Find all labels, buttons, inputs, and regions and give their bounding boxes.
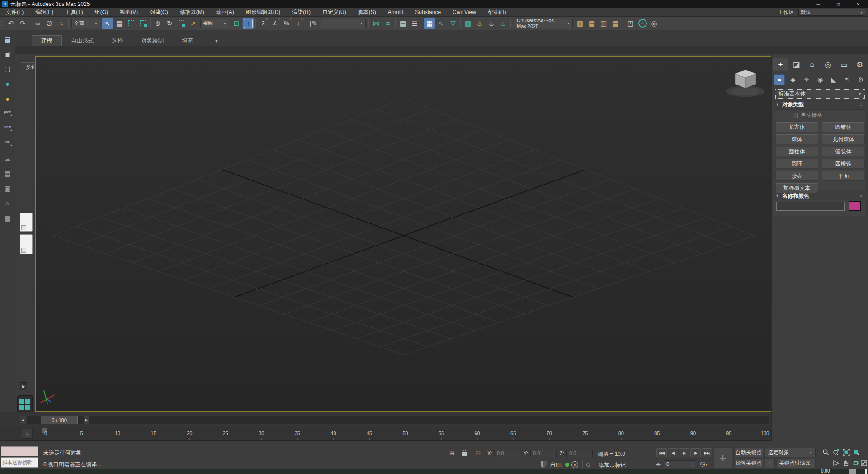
crossing-selection-button[interactable]	[137, 18, 149, 29]
minimize-button[interactable]: ─	[808, 0, 828, 8]
primitive-button-0[interactable]: 长方体	[775, 122, 818, 132]
snap-toggle-3d-button[interactable]: 3∩	[257, 18, 269, 29]
toolbar-drag-handle[interactable]	[1, 18, 4, 29]
select-object-button[interactable]: ↖	[102, 18, 113, 29]
workspace-dropdown[interactable]: 默认▼	[798, 9, 865, 16]
menu-item-2[interactable]: 工具(T)	[59, 8, 89, 17]
auto-key-button[interactable]: 自动关键点	[734, 448, 763, 457]
zoom-button[interactable]	[822, 448, 830, 456]
primitive-button-3[interactable]: 几何球体	[822, 134, 865, 144]
scene-explorer-toggle[interactable]: ▤	[397, 18, 409, 29]
tab-motion[interactable]: ◎	[820, 58, 836, 71]
zoom-extents-all-button[interactable]	[853, 448, 861, 456]
reference-coordinate-dropdown[interactable]: 视图▼	[200, 19, 229, 28]
dock-icon-sphere[interactable]: ●	[1, 78, 14, 90]
render-setup-button[interactable]: ♨	[474, 18, 486, 29]
mirror-button[interactable]: ⋈	[370, 18, 382, 29]
object-color-swatch[interactable]	[849, 201, 861, 211]
category-helpers[interactable]: ◣	[827, 73, 840, 86]
menu-item-15[interactable]: 帮助(H)	[482, 8, 512, 17]
menu-item-13[interactable]: Substance	[409, 8, 447, 17]
menu-item-11[interactable]: 脚本(S)	[352, 8, 382, 17]
isolate-selection-icon[interactable]: ⊞	[449, 450, 454, 457]
mini-curve-editor-button[interactable]: ∿	[22, 429, 33, 439]
primitive-button-2[interactable]: 球体	[775, 134, 818, 144]
selection-lock-icon[interactable]	[462, 452, 467, 456]
unlink-selection-button[interactable]: ∅	[43, 18, 55, 29]
dock-icon-pin[interactable]: ●	[1, 93, 14, 105]
dock-icon-panel-2[interactable]: ▢	[1, 63, 14, 75]
spinner-snap-button[interactable]: ↕∩	[292, 18, 304, 29]
autogrid-checkbox[interactable]	[793, 113, 798, 118]
menu-item-5[interactable]: 创建(C)	[144, 8, 174, 17]
named-selection-sets-dropdown[interactable]: ▼	[321, 19, 366, 28]
dock-item-vol[interactable]: vol+	[1, 137, 14, 150]
render-button[interactable]: ♨	[497, 18, 509, 29]
orbit-button[interactable]	[852, 459, 860, 467]
primitive-button-9[interactable]: 平面	[822, 171, 865, 181]
workspace-icon-2[interactable]: ▤	[586, 18, 598, 29]
x-coordinate-field[interactable]: 0.0	[494, 450, 520, 457]
ribbon-minimize-button[interactable]: ▼	[211, 38, 222, 45]
key-selection-dropdown[interactable]: 选定对象▼	[765, 448, 816, 457]
zoom-all-button[interactable]	[832, 448, 840, 456]
percent-snap-button[interactable]: %∩	[281, 18, 292, 29]
tab-display[interactable]: ▭	[836, 58, 852, 71]
dock-icon-ball[interactable]: ○	[1, 197, 14, 209]
set-key-button[interactable]: 设置关键点	[734, 459, 763, 468]
zoom-extents-button[interactable]	[842, 448, 850, 456]
select-by-name-button[interactable]: ▤	[113, 18, 125, 29]
menu-item-12[interactable]: Arnold	[382, 8, 410, 17]
workspace-icon-3[interactable]: ▥	[598, 18, 609, 29]
dock-icon-explorer[interactable]: ▤	[1, 33, 14, 45]
set-keys-button[interactable]: +	[713, 447, 732, 468]
rectangular-selection-button[interactable]	[125, 18, 137, 29]
viewport-layout-tab-2[interactable]	[20, 234, 33, 254]
view-cube[interactable]	[714, 63, 768, 104]
select-and-scale-button[interactable]	[175, 18, 187, 29]
select-and-rotate-button[interactable]: ↻	[164, 18, 175, 29]
go-to-end-button[interactable]: ▶▶|	[702, 448, 712, 457]
primitive-button-7[interactable]: 四棱锥	[822, 159, 865, 169]
material-editor-button[interactable]: ▩	[462, 18, 474, 29]
y-coordinate-field[interactable]: 0.0	[530, 450, 557, 457]
menu-item-14[interactable]: Civil View	[447, 8, 482, 17]
key-filters-button[interactable]: 关键点过滤器..	[777, 459, 816, 468]
menu-item-4[interactable]: 视图(V)	[114, 8, 144, 17]
rollout-name-and-color[interactable]: ▼ 名称和颜色	[774, 192, 867, 200]
primitive-button-5[interactable]: 管状体	[822, 147, 865, 156]
ribbon-tab-0[interactable]: 建模	[32, 35, 62, 46]
time-slider-track[interactable]	[27, 416, 769, 424]
maximize-viewport-button[interactable]	[860, 459, 868, 467]
ribbon-toggle[interactable]: ▦	[424, 18, 435, 29]
time-nudge-right-button[interactable]: ▶	[83, 416, 90, 424]
maxscript-mini-listener[interactable]: 脚本迷你侦听:	[1, 457, 38, 468]
rendered-frame-button[interactable]: ♨	[486, 18, 497, 29]
workspace-icon-1[interactable]: ▥	[574, 18, 586, 29]
project-folder-dropdown[interactable]: C:\Users\Ad⋯ds Max 2025▼	[514, 19, 573, 28]
bind-to-space-warp-button[interactable]: ≈	[55, 18, 67, 29]
category-cameras[interactable]: ◉	[813, 73, 827, 86]
menu-item-10[interactable]: 自定义(U)	[316, 8, 352, 17]
track-bar[interactable]: ∿ 05101520253035404550556065707580859095…	[0, 427, 771, 441]
category-shapes[interactable]: ◆	[786, 73, 800, 86]
maxscript-macro-recorder[interactable]	[1, 446, 38, 456]
field-of-view-button[interactable]	[832, 459, 840, 467]
primitive-category-dropdown[interactable]: 标准基本体▼	[775, 89, 865, 99]
go-to-start-button[interactable]: |◀◀	[656, 448, 667, 457]
dock-icon-grid[interactable]: ▦	[1, 167, 14, 180]
redo-button[interactable]: ↷	[17, 18, 28, 29]
primitive-button-4[interactable]: 圆柱体	[775, 147, 818, 156]
z-coordinate-field[interactable]: 0.0	[566, 450, 593, 457]
category-systems[interactable]: ⚙	[854, 73, 868, 86]
select-and-manipulate-button[interactable]: ↑	[242, 18, 254, 29]
scene-check-button[interactable]: ✓	[637, 18, 648, 29]
perspective-viewport[interactable]	[35, 56, 771, 412]
menu-item-1[interactable]: 编辑(E)	[29, 8, 59, 17]
frame-step-arrows[interactable]: ◀▶	[656, 462, 661, 466]
time-slider-handle[interactable]: 0 / 100	[41, 416, 78, 424]
schematic-view-button[interactable]: ▽	[447, 18, 459, 29]
layer-explorer-toggle[interactable]: ☰	[409, 18, 420, 29]
menu-item-8[interactable]: 图形编辑器(D)	[240, 8, 287, 17]
menu-item-3[interactable]: 组(G)	[89, 8, 114, 17]
